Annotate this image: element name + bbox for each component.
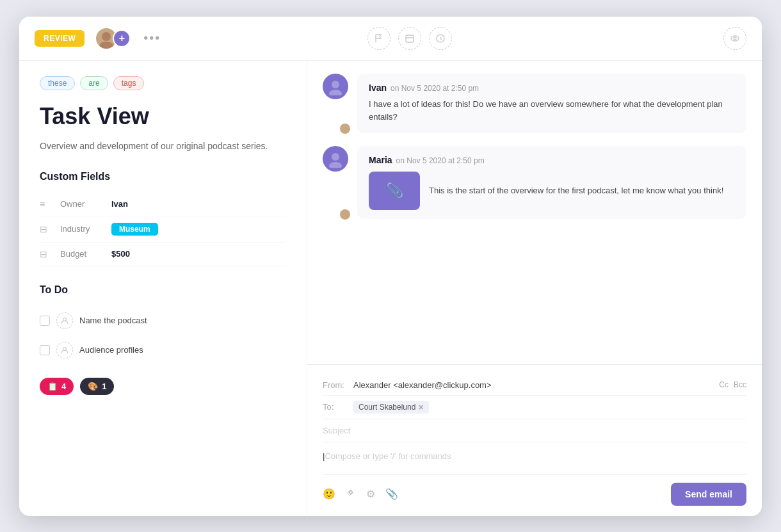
svg-point-4 xyxy=(731,36,739,41)
calendar-icon-button[interactable] xyxy=(398,27,421,50)
attachment-thumb[interactable]: 📎 xyxy=(369,172,420,210)
avatar-group: + xyxy=(95,27,131,50)
compose-row[interactable]: |Compose or type '/' for commands xyxy=(323,442,746,474)
owner-icon: ≡ xyxy=(40,199,52,209)
email-to-row: To: Court Skabelund × xyxy=(323,396,746,419)
todo-text-1: Name the podcast xyxy=(79,316,147,325)
budget-value: $500 xyxy=(111,249,130,259)
badge-pink-count: 4 xyxy=(61,382,66,391)
emoji-icon[interactable]: 🙂 xyxy=(323,488,335,500)
budget-label: Budget xyxy=(60,249,111,259)
ivan-comment-header: Ivan on Nov 5 2020 at 2:50 pm xyxy=(369,83,735,93)
tag-these[interactable]: these xyxy=(40,76,75,90)
todo-checkbox-1[interactable] xyxy=(40,316,50,326)
bottom-bar: 📋 4 🎨 1 xyxy=(40,365,286,395)
tags-row: these are tags xyxy=(40,76,286,90)
svg-point-11 xyxy=(329,162,342,168)
task-description: Overview and development of our original… xyxy=(40,139,286,153)
ivan-timestamp: on Nov 5 2020 at 2:50 pm xyxy=(390,84,479,93)
task-title: Task View xyxy=(40,103,286,130)
todo-section: To Do Name the podcast xyxy=(40,284,286,365)
todo-item-1: Name the podcast xyxy=(40,306,286,335)
recipient-chip[interactable]: Court Skabelund × xyxy=(353,401,429,414)
svg-point-0 xyxy=(102,32,111,41)
email-toolbar: 🙂 ⚙ 📎 Send email xyxy=(323,474,746,506)
maria-comment-body: Maria on Nov 5 2020 at 2:50 pm 📎 This is… xyxy=(357,146,746,219)
compose-placeholder: Compose or type '/' for commands xyxy=(325,451,451,461)
badge-pink[interactable]: 📋 4 xyxy=(40,378,74,395)
comment-ivan: Ivan on Nov 5 2020 at 2:50 pm I have a l… xyxy=(323,74,746,134)
ivan-comment-body: Ivan on Nov 5 2020 at 2:50 pm I have a l… xyxy=(357,74,746,134)
maria-attachment: 📎 This is the start of the overview for … xyxy=(369,172,735,210)
right-panel: Ivan on Nov 5 2020 at 2:50 pm I have a l… xyxy=(307,61,762,516)
todo-text-2: Audience profiles xyxy=(79,345,143,355)
badge-pink-icon: 📋 xyxy=(47,382,58,391)
badge-dark-count: 1 xyxy=(102,382,106,391)
ivan-comment-text: I have a lot of ideas for this! Do we ha… xyxy=(369,98,735,125)
maria-name: Maria xyxy=(369,155,392,165)
todo-item-2: Audience profiles xyxy=(40,335,286,365)
badge-dark[interactable]: 🎨 1 xyxy=(80,378,114,395)
ivan-name: Ivan xyxy=(369,83,387,93)
owner-value: Ivan xyxy=(111,199,128,209)
ivan-avatar xyxy=(323,74,348,99)
email-from-row: From: Alexander <alexander@clickup.com> … xyxy=(323,375,746,396)
bcc-label[interactable]: Bcc xyxy=(734,380,746,389)
owner-label: Owner xyxy=(60,199,111,209)
svg-point-5 xyxy=(734,37,736,40)
svg-point-1 xyxy=(99,42,113,49)
recipient-name: Court Skabelund xyxy=(358,403,415,412)
review-badge: REVIEW xyxy=(35,30,85,47)
send-email-button[interactable]: Send email xyxy=(671,483,746,506)
cc-label[interactable]: Cc xyxy=(719,380,729,389)
svg-rect-2 xyxy=(406,35,414,42)
subject-placeholder: Subject xyxy=(323,426,350,435)
todo-checkbox-2[interactable] xyxy=(40,345,50,355)
todo-assignee-icon-1 xyxy=(56,312,73,329)
field-industry: ⊟ Industry Museum xyxy=(40,216,286,243)
mention-icon[interactable] xyxy=(346,488,356,501)
industry-value-badge[interactable]: Museum xyxy=(111,223,158,236)
main-content: these are tags Task View Overview and de… xyxy=(19,61,762,516)
settings-icon[interactable]: ⚙ xyxy=(366,488,375,500)
more-options-button[interactable]: ••• xyxy=(143,31,161,45)
maria-avatar-overlay xyxy=(339,209,351,220)
tag-are[interactable]: are xyxy=(80,76,108,90)
comments-area: Ivan on Nov 5 2020 at 2:50 pm I have a l… xyxy=(307,61,762,364)
industry-icon: ⊟ xyxy=(40,224,52,234)
from-value: Alexander <alexander@clickup.com> xyxy=(353,380,714,390)
custom-fields-title: Custom Fields xyxy=(40,171,286,182)
badge-dark-icon: 🎨 xyxy=(88,382,98,391)
maria-timestamp: on Nov 5 2020 at 2:50 pm xyxy=(396,156,485,165)
comment-maria: Maria on Nov 5 2020 at 2:50 pm 📎 This is… xyxy=(323,146,746,219)
cc-bcc-group: Cc Bcc xyxy=(719,380,746,389)
svg-point-8 xyxy=(332,81,339,88)
to-label: To: xyxy=(323,402,348,412)
field-owner: ≡ Owner Ivan xyxy=(40,193,286,216)
maria-comment-text: This is the start of the overview for th… xyxy=(429,184,723,198)
top-bar: REVIEW + ••• xyxy=(19,17,762,61)
top-bar-actions xyxy=(367,27,746,50)
maria-avatar xyxy=(323,146,348,172)
email-composer: From: Alexander <alexander@clickup.com> … xyxy=(307,364,762,516)
todo-assignee-icon-2 xyxy=(56,342,73,359)
add-member-button[interactable]: + xyxy=(113,29,131,47)
maria-comment-header: Maria on Nov 5 2020 at 2:50 pm xyxy=(369,155,735,165)
ivan-avatar-overlay xyxy=(339,123,351,134)
custom-fields-section: Custom Fields ≡ Owner Ivan ⊟ Industry Mu… xyxy=(40,171,286,266)
budget-icon: ⊟ xyxy=(40,249,52,259)
from-label: From: xyxy=(323,380,348,390)
svg-point-9 xyxy=(329,90,342,95)
attach-icon[interactable]: 📎 xyxy=(385,488,398,500)
eye-icon-button[interactable] xyxy=(723,27,746,50)
tag-tags[interactable]: tags xyxy=(113,76,145,90)
subject-row[interactable]: Subject xyxy=(323,419,746,442)
left-panel: these are tags Task View Overview and de… xyxy=(19,61,307,516)
flag-icon-button[interactable] xyxy=(367,27,390,50)
clock-icon-button[interactable] xyxy=(429,27,452,50)
todo-title: To Do xyxy=(40,284,286,296)
field-budget: ⊟ Budget $500 xyxy=(40,243,286,266)
svg-point-10 xyxy=(332,153,339,161)
remove-recipient-button[interactable]: × xyxy=(418,402,423,412)
industry-label: Industry xyxy=(60,224,111,234)
